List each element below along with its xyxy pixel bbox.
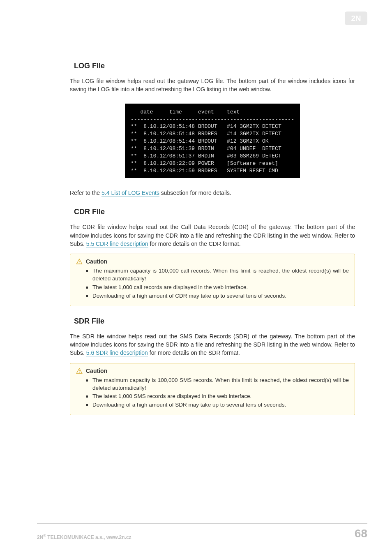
heading-log-file: LOG File bbox=[74, 62, 355, 70]
list-item: The maximum capacity is 100,000 call rec… bbox=[92, 267, 349, 283]
heading-sdr-file: SDR File bbox=[74, 317, 355, 326]
svg-point-3 bbox=[79, 263, 80, 264]
warning-icon bbox=[76, 368, 83, 374]
list-item: Downloading of a high amount of CDR may … bbox=[92, 292, 349, 300]
footer-company: 2N® TELEKOMUNIKACE a.s., www.2n.cz bbox=[37, 534, 131, 540]
svg-text:2N: 2N bbox=[351, 14, 361, 23]
caution-list-sdr: The maximum capacity is 100,000 SMS reco… bbox=[76, 377, 349, 409]
link-cdr-description[interactable]: 5.5 CDR line description bbox=[86, 240, 148, 247]
list-item: The latest 1,000 call records are displa… bbox=[92, 284, 349, 291]
caution-box-sdr: Caution The maximum capacity is 100,000 … bbox=[70, 363, 355, 416]
text-cdr-suffix: for more details on the CDR format. bbox=[148, 240, 241, 247]
warning-icon bbox=[76, 258, 83, 265]
page-number: 68 bbox=[355, 527, 367, 540]
paragraph-log-intro: The LOG file window helps read out the g… bbox=[70, 77, 355, 94]
caution-label: Caution bbox=[86, 258, 107, 265]
list-item: Downloading of a high amount of SDR may … bbox=[92, 401, 349, 409]
caution-label: Caution bbox=[86, 368, 107, 374]
paragraph-log-refer: Refer to the 5.4 List of LOG Events subs… bbox=[70, 189, 355, 197]
heading-cdr-file: CDR File bbox=[74, 208, 355, 216]
brand-logo: 2N bbox=[345, 12, 367, 25]
caution-box-cdr: Caution The maximum capacity is 100,000 … bbox=[70, 254, 355, 306]
caution-list-cdr: The maximum capacity is 100,000 call rec… bbox=[76, 267, 349, 300]
list-item: The maximum capacity is 100,000 SMS reco… bbox=[92, 377, 349, 392]
text-refer-prefix: Refer to the bbox=[70, 190, 101, 196]
link-log-events[interactable]: 5.4 List of LOG Events bbox=[101, 190, 159, 197]
log-terminal: date time event text -------------------… bbox=[125, 104, 300, 178]
page-footer: 2N® TELEKOMUNIKACE a.s., www.2n.cz 68 bbox=[37, 523, 367, 540]
paragraph-cdr-intro: The CDR file window helps read out the C… bbox=[70, 223, 355, 248]
terminal-wrapper: date time event text -------------------… bbox=[70, 104, 355, 178]
paragraph-sdr-intro: The SDR file window helps read out the S… bbox=[70, 332, 355, 357]
text-sdr-suffix: for more details on the SDR format. bbox=[148, 349, 240, 356]
text-refer-suffix: subsection for more details. bbox=[159, 190, 231, 196]
link-sdr-description[interactable]: 5.6 SDR line description bbox=[86, 349, 148, 356]
svg-point-5 bbox=[79, 372, 80, 373]
list-item: The latest 1,000 SMS records are display… bbox=[92, 393, 349, 400]
